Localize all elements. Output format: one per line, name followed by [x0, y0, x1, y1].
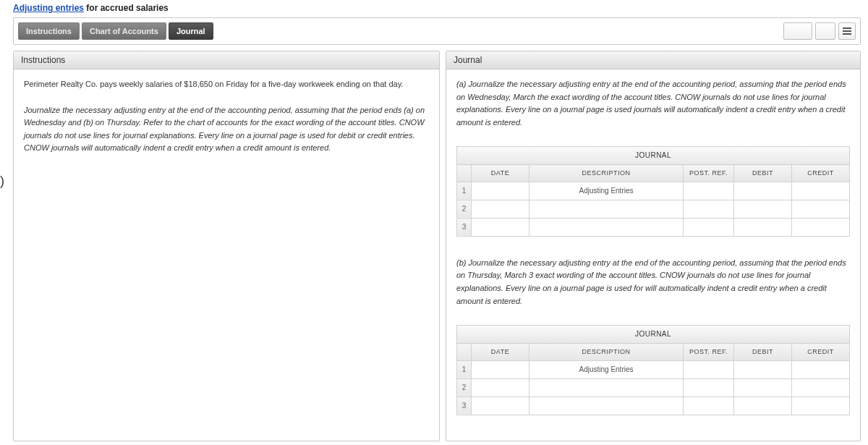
journal-a-table: DATE DESCRIPTION POST. REF. DEBIT CREDIT… [456, 164, 850, 236]
postref-cell[interactable] [684, 200, 734, 218]
debit-cell[interactable] [734, 218, 792, 236]
journal-panel: Journal (a) Journalize the necessary adj… [446, 51, 861, 441]
description-cell[interactable]: Adjusting Entries [529, 182, 684, 200]
title-rest: for accrued salaries [84, 3, 169, 13]
description-cell[interactable] [529, 397, 684, 415]
rownum-cell: 3 [457, 218, 472, 236]
journal-a-title: JOURNAL [456, 146, 850, 164]
title-link[interactable]: Adjusting entries [13, 3, 84, 13]
credit-cell[interactable] [792, 360, 850, 378]
tab-journal[interactable]: Journal [169, 22, 213, 40]
credit-cell[interactable] [792, 182, 850, 200]
date-cell[interactable] [472, 378, 529, 397]
col-date: DATE [472, 165, 529, 182]
col-debit: DEBIT [734, 165, 792, 182]
col-postref: POST. REF. [684, 165, 734, 182]
page-title: Adjusting entries for accrued salaries [0, 0, 868, 17]
col-description: DESCRIPTION [529, 344, 684, 360]
page-edge-glyph: ) [0, 174, 4, 189]
col-rownum [457, 165, 472, 182]
table-row[interactable]: 1 Adjusting Entries [457, 182, 850, 200]
col-date: DATE [472, 344, 529, 360]
date-cell[interactable] [472, 360, 529, 378]
table-row[interactable]: 3 [457, 218, 850, 236]
toolbar-button[interactable] [815, 22, 835, 40]
debit-cell[interactable] [734, 397, 792, 415]
rownum-cell: 2 [457, 378, 472, 397]
journal-b: JOURNAL DATE DESCRIPTION POST. REF. DEBI… [456, 325, 850, 415]
tab-bar: Instructions Chart of Accounts Journal [18, 22, 213, 40]
rownum-cell: 1 [457, 360, 472, 378]
date-cell[interactable] [472, 200, 529, 218]
col-rownum [457, 344, 472, 360]
date-cell[interactable] [472, 182, 529, 200]
rownum-cell: 3 [457, 397, 472, 415]
instructions-header: Instructions [14, 51, 439, 69]
col-description: DESCRIPTION [529, 165, 684, 182]
col-debit: DEBIT [734, 344, 792, 360]
journal-instruction-b: (b) Journalize the necessary adjusting e… [456, 257, 850, 308]
toolbar-right [783, 22, 856, 40]
debit-cell[interactable] [734, 378, 792, 397]
journal-header: Journal [446, 51, 860, 69]
col-credit: CREDIT [792, 165, 850, 182]
rownum-cell: 2 [457, 200, 472, 218]
table-row[interactable]: 3 [457, 397, 850, 415]
table-row[interactable]: 1 Adjusting Entries [457, 360, 850, 378]
tab-chart-of-accounts[interactable]: Chart of Accounts [82, 22, 166, 40]
col-postref: POST. REF. [684, 344, 734, 360]
debit-cell[interactable] [734, 360, 792, 378]
journal-instruction-a: (a) Journalize the necessary adjusting e… [456, 78, 850, 129]
top-toolbar: Instructions Chart of Accounts Journal [13, 17, 861, 45]
postref-cell[interactable] [684, 182, 734, 200]
journal-b-title: JOURNAL [456, 325, 850, 343]
credit-cell[interactable] [792, 397, 850, 415]
toolbar-field[interactable] [783, 22, 812, 40]
credit-cell[interactable] [792, 218, 850, 236]
col-credit: CREDIT [792, 344, 850, 360]
description-cell[interactable] [529, 218, 684, 236]
description-cell[interactable] [529, 200, 684, 218]
postref-cell[interactable] [684, 397, 734, 415]
table-row[interactable]: 2 [457, 200, 850, 218]
debit-cell[interactable] [734, 182, 792, 200]
date-cell[interactable] [472, 397, 529, 415]
date-cell[interactable] [472, 218, 529, 236]
rownum-cell: 1 [457, 182, 472, 200]
journal-a: JOURNAL DATE DESCRIPTION POST. REF. DEBI… [456, 146, 850, 236]
instructions-p1: Perimeter Realty Co. pays weekly salarie… [24, 78, 429, 91]
postref-cell[interactable] [684, 378, 734, 397]
postref-cell[interactable] [684, 218, 734, 236]
menu-icon[interactable] [838, 22, 856, 40]
credit-cell[interactable] [792, 200, 850, 218]
journal-b-table: DATE DESCRIPTION POST. REF. DEBIT CREDIT… [456, 343, 850, 415]
instructions-panel: Instructions Perimeter Realty Co. pays w… [13, 51, 440, 441]
credit-cell[interactable] [792, 378, 850, 397]
description-cell[interactable]: Adjusting Entries [529, 360, 684, 378]
instructions-p2: Journalize the necessary adjusting entry… [24, 104, 429, 155]
postref-cell[interactable] [684, 360, 734, 378]
debit-cell[interactable] [734, 200, 792, 218]
table-row[interactable]: 2 [457, 378, 850, 397]
description-cell[interactable] [529, 378, 684, 397]
tab-instructions[interactable]: Instructions [18, 22, 80, 40]
